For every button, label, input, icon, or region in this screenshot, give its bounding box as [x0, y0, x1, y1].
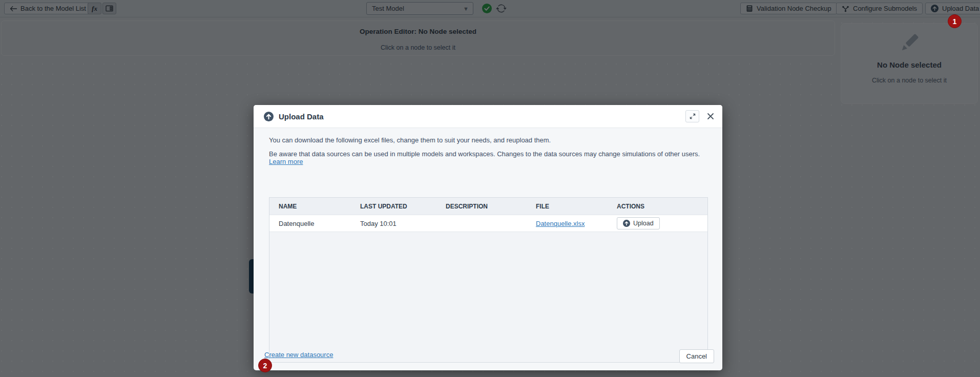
intro-line-1: You can download the following excel fil…: [269, 136, 707, 144]
expand-arrows-icon: [689, 113, 696, 120]
upload-circle-icon: [264, 112, 274, 121]
intro-line-2: Be aware that data sources can be used i…: [269, 150, 707, 166]
cell-name: Datenquelle: [279, 220, 360, 227]
upload-circle-icon: [623, 220, 630, 227]
upload-data-modal: Upload Data You can download the followi…: [254, 105, 722, 370]
col-description: DESCRIPTION: [446, 203, 536, 210]
col-name: NAME: [279, 203, 360, 210]
learn-more-link[interactable]: Learn more: [269, 158, 303, 165]
col-last-updated: LAST UPDATED: [360, 203, 446, 210]
close-icon[interactable]: [707, 113, 714, 120]
app-screen: Back to the Model List fx Test Model ▼: [0, 0, 980, 377]
cancel-button[interactable]: Cancel: [679, 349, 714, 363]
step-badge-2: 2: [258, 359, 272, 372]
row-upload-label: Upload: [633, 220, 654, 227]
cell-last-updated: Today 10:01: [360, 220, 446, 227]
col-actions: ACTIONS: [617, 203, 707, 210]
modal-title: Upload Data: [279, 112, 324, 121]
step-badge-1: 1: [948, 14, 962, 28]
col-file: FILE: [536, 203, 617, 210]
datasource-table: NAME LAST UPDATED DESCRIPTION FILE ACTIO…: [269, 197, 708, 363]
modal-body: You can download the following excel fil…: [254, 128, 722, 370]
table-row: Datenquelle Today 10:01 Datenquelle.xlsx: [269, 215, 707, 232]
create-new-datasource-link[interactable]: Create new datasource: [264, 351, 333, 359]
datasource-file-link[interactable]: Datenquelle.xlsx: [536, 220, 585, 227]
row-upload-button[interactable]: Upload: [617, 217, 660, 229]
modal-intro: You can download the following excel fil…: [254, 128, 722, 166]
table-header-row: NAME LAST UPDATED DESCRIPTION FILE ACTIO…: [269, 198, 707, 215]
modal-header: Upload Data: [254, 105, 722, 128]
expand-modal-button[interactable]: [685, 110, 699, 122]
